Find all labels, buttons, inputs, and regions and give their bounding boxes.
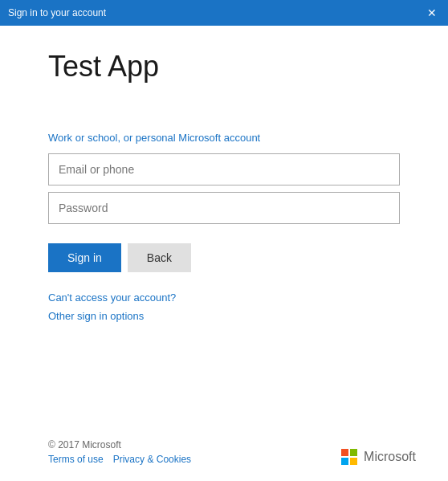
password-field[interactable] bbox=[48, 192, 400, 224]
cant-access-link[interactable]: Can't access your account? bbox=[48, 291, 400, 304]
ms-yellow-square bbox=[350, 458, 357, 465]
app-title: Test App bbox=[48, 50, 400, 84]
back-button[interactable]: Back bbox=[128, 243, 191, 272]
subtitle-text1: Work or school, or personal bbox=[48, 132, 178, 144]
microsoft-brand-text: Microsoft bbox=[364, 450, 416, 464]
title-bar-text: Sign in to your account bbox=[8, 7, 106, 18]
signin-button[interactable]: Sign in bbox=[48, 243, 121, 272]
close-button[interactable]: ✕ bbox=[424, 5, 440, 21]
ms-green-square bbox=[350, 449, 357, 456]
ms-blue-square bbox=[341, 458, 348, 465]
main-content: Test App Work or school, or personal Mic… bbox=[0, 26, 448, 344]
copyright-text: © 2017 Microsoft bbox=[48, 439, 121, 450]
title-bar: Sign in to your account ✕ bbox=[0, 0, 448, 26]
ms-red-square bbox=[341, 449, 348, 456]
subtitle-highlight: Microsoft bbox=[178, 132, 221, 144]
privacy-link[interactable]: Privacy & Cookies bbox=[113, 454, 191, 465]
footer-left: © 2017 Microsoft Terms of use Privacy & … bbox=[48, 439, 191, 465]
other-signin-link[interactable]: Other sign in options bbox=[48, 310, 400, 322]
buttons-row: Sign in Back bbox=[48, 243, 400, 272]
subtitle-text: Work or school, or personal Microsoft ac… bbox=[48, 132, 400, 144]
email-field[interactable] bbox=[48, 153, 400, 185]
terms-link[interactable]: Terms of use bbox=[48, 454, 104, 465]
footer: © 2017 Microsoft Terms of use Privacy & … bbox=[48, 439, 416, 465]
footer-links: Terms of use Privacy & Cookies bbox=[48, 454, 191, 465]
footer-right: Microsoft bbox=[341, 449, 416, 465]
subtitle-text2: account bbox=[221, 132, 260, 144]
microsoft-logo-icon bbox=[341, 449, 357, 465]
